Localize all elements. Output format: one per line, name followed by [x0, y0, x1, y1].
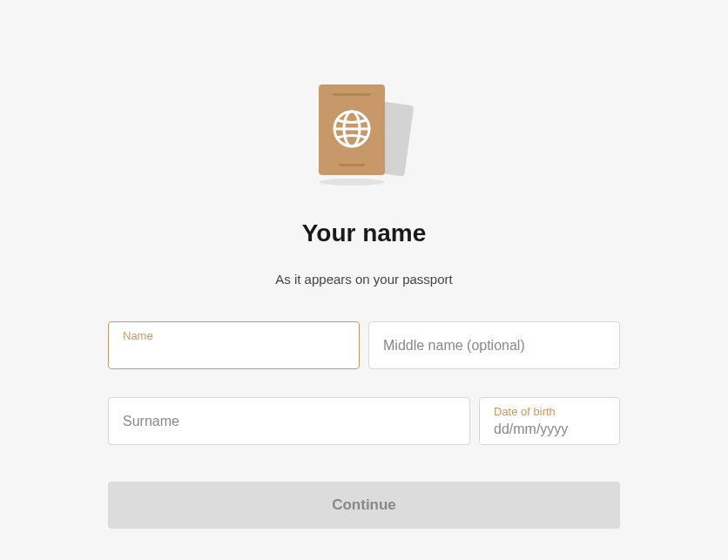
name-field[interactable]: Name: [108, 321, 360, 369]
dob-field[interactable]: Date of birth dd/mm/yyyy: [479, 397, 620, 445]
page-subtitle: As it appears on your passport: [275, 272, 452, 287]
row-surname-dob: Surname Date of birth dd/mm/yyyy: [108, 397, 620, 445]
passport-icon: [315, 83, 413, 180]
middle-name-placeholder: Middle name (optional): [369, 338, 525, 354]
continue-button[interactable]: Continue: [108, 482, 620, 529]
dob-label: Date of birth: [494, 405, 556, 418]
name-label: Name: [123, 329, 153, 342]
middle-name-field[interactable]: Middle name (optional): [368, 321, 620, 369]
surname-placeholder: Surname: [109, 414, 179, 429]
surname-field[interactable]: Surname: [108, 397, 470, 445]
row-name: Name Middle name (optional): [108, 321, 620, 369]
form-container: Your name As it appears on your passport…: [108, 83, 620, 560]
globe-icon: [333, 110, 371, 148]
form-fields: Name Middle name (optional) Surname Date…: [108, 321, 620, 445]
page-title: Your name: [302, 219, 427, 247]
